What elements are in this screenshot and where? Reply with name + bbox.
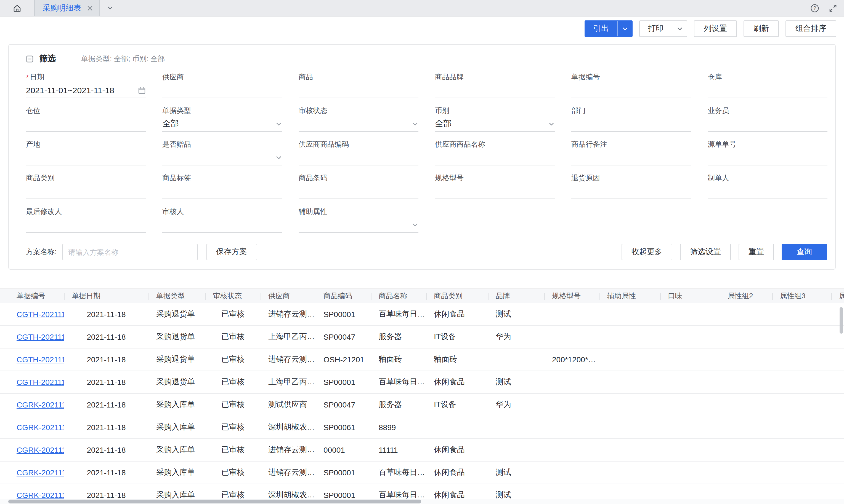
select-input[interactable] [162,150,282,165]
table-row[interactable]: CGRK-202111182021-11-18采购入库单已审核进销存云测…000… [0,439,844,462]
cell-audit_status: 已审核 [205,445,260,455]
column-header-attr_group2[interactable]: 属性组2 [720,289,772,303]
column-header-attr_group3[interactable]: 属性组3 [772,289,831,303]
filter-footer: 方案名称: 保存方案 收起更多 筛选设置 重置 查询 [9,233,835,269]
field-label: 审核状态 [299,105,418,116]
table-row[interactable]: CGRK-202111182021-11-18采购入库单已审核深圳胡椒农…SP0… [0,416,844,439]
table-row[interactable]: CGRK-202111182021-11-18采购入库单已审核进销存云测…SP0… [0,462,844,484]
column-header-audit_status[interactable]: 审核状态 [205,289,260,303]
column-header-product_code[interactable]: 商品编码 [316,289,371,303]
column-header-doc_no[interactable]: 单据编号 [9,289,64,303]
column-header-brand[interactable]: 品牌 [488,289,544,303]
date-range-input[interactable]: 2021-11-01~2021-11-18 [26,83,146,98]
field-label: 单据类型 [162,105,282,116]
help-icon[interactable]: ? [810,4,819,13]
table-row[interactable]: CGTH-202111182021-11-18采购退货单已审核进销存云测…OSH… [0,348,844,371]
filter-field: 是否赠品 [162,139,282,165]
collapse-panel-icon[interactable] [26,55,34,62]
text-input[interactable] [435,184,555,199]
doc-number-link[interactable]: CGRK-20211118 [17,400,64,409]
text-input[interactable] [162,184,282,199]
refresh-button[interactable]: 刷新 [743,20,779,37]
table-row[interactable]: CGTH-202111182021-11-18采购退货单已审核上海甲乙丙…SP0… [0,326,844,348]
text-input[interactable] [162,217,282,233]
doc-number-link[interactable]: CGTH-20211118 [17,378,64,386]
column-header-spec[interactable]: 规格型号 [544,289,600,303]
plan-name-input[interactable] [62,244,197,260]
tab-list-dropdown[interactable] [100,0,120,16]
export-dropdown[interactable] [617,21,632,36]
print-button[interactable]: 打印 [639,20,687,37]
table-row[interactable]: CGRK-202111182021-11-18采购入库单已审核测试供应商SP00… [0,394,844,416]
text-input[interactable] [299,150,418,165]
column-header-doc_date[interactable]: 单据日期 [64,289,149,303]
calendar-icon[interactable] [138,86,146,94]
chevron-down-icon[interactable] [275,154,282,161]
vertical-scrollbar[interactable] [840,307,843,334]
text-input[interactable] [435,83,555,98]
doc-number-link[interactable]: CGRK-20211118 [17,491,64,500]
doc-number-link[interactable]: CGTH-20211118 [17,355,64,364]
select-input[interactable] [299,116,418,132]
home-button[interactable] [0,0,34,16]
column-header-flavor[interactable]: 口味 [660,289,720,303]
field-label: 供应商 [162,72,282,83]
field-label: 最后修改人 [26,206,146,217]
horizontal-scrollbar[interactable] [0,499,844,504]
text-input[interactable] [571,83,691,98]
table-row[interactable]: CGTH-202111182021-11-18采购退货单已审核上海甲乙丙…SP0… [0,371,844,394]
select-input[interactable]: 全部 [435,116,555,132]
chevron-down-icon[interactable] [412,121,418,127]
text-input[interactable] [26,184,146,199]
print-dropdown[interactable] [672,21,687,36]
column-header-attr_group4[interactable]: 属性组4 [831,289,844,303]
close-icon[interactable] [87,5,93,11]
query-button[interactable]: 查询 [781,244,827,260]
tab-purchase-detail[interactable]: 采购明细表 [34,0,100,16]
text-input[interactable] [26,150,146,165]
combo-sort-button[interactable]: 组合排序 [786,20,836,37]
column-header-aux_attr[interactable]: 辅助属性 [600,289,660,303]
text-input[interactable] [708,116,827,132]
text-input[interactable] [708,184,827,199]
text-input[interactable] [571,184,691,199]
text-input[interactable] [435,150,555,165]
export-button[interactable]: 引出 [585,20,633,37]
field-label: 规格型号 [435,173,555,184]
data-grid: 单据编号单据日期单据类型审核状态供应商商品编码商品名称商品类别品牌规格型号辅助属… [0,288,844,504]
reset-button[interactable]: 重置 [739,244,774,260]
column-header-doc_type[interactable]: 单据类型 [149,289,205,303]
filter-field: 退货原因 [571,173,691,199]
text-input[interactable] [26,217,146,233]
text-input[interactable] [708,150,827,165]
column-header-product_name[interactable]: 商品名称 [371,289,426,303]
doc-number-link[interactable]: CGTH-20211118 [17,310,64,319]
text-input[interactable] [299,184,418,199]
chevron-down-icon[interactable] [548,121,555,127]
text-input[interactable] [26,116,146,132]
chevron-down-icon[interactable] [412,221,418,228]
text-input[interactable] [299,83,418,98]
chevron-down-icon[interactable] [275,121,282,127]
table-row[interactable]: CGTH-202111182021-11-18采购退货单已审核进销存云测…SP0… [0,303,844,326]
column-header-product_category[interactable]: 商品类别 [426,289,488,303]
doc-number-link[interactable]: CGTH-20211118 [17,332,64,341]
text-input[interactable] [571,116,691,132]
collapse-more-button[interactable]: 收起更多 [622,244,672,260]
save-plan-button[interactable]: 保存方案 [206,244,257,260]
horizontal-scrollbar-thumb[interactable] [8,500,421,503]
column-header-supplier[interactable]: 供应商 [260,289,316,303]
field-label: 辅助属性 [299,206,418,217]
select-input[interactable] [299,217,418,233]
cell-doc_date: 2021-11-18 [64,355,149,364]
doc-number-link[interactable]: CGRK-20211118 [17,468,64,477]
select-input[interactable]: 全部 [162,116,282,132]
text-input[interactable] [162,83,282,98]
fullscreen-icon[interactable] [829,4,837,12]
doc-number-link[interactable]: CGRK-20211118 [17,446,64,454]
doc-number-link[interactable]: CGRK-20211118 [17,423,64,432]
column-settings-button[interactable]: 列设置 [694,20,737,37]
filter-settings-button[interactable]: 筛选设置 [680,244,731,260]
text-input[interactable] [571,150,691,165]
text-input[interactable] [708,83,827,98]
